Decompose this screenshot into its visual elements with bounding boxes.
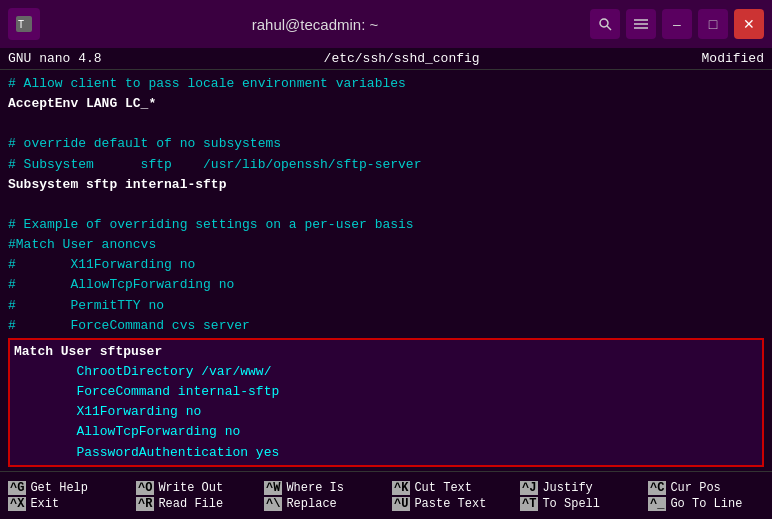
shortcut-write-out: ^O Write Out [136, 481, 256, 495]
key-go-to-line: ^_ [648, 497, 666, 511]
code-line: # override default of no subsystems [8, 134, 764, 154]
key-get-help: ^G [8, 481, 26, 495]
highlight-line: AllowTcpForwarding no [14, 422, 758, 442]
key-justify: ^J [520, 481, 538, 495]
nano-version: GNU nano 4.8 [8, 51, 102, 66]
key-exit: ^X [8, 497, 26, 511]
key-cut-text: ^K [392, 481, 410, 495]
code-line: # ForceCommand cvs server [8, 316, 764, 336]
code-line: # Subsystem sftp /usr/lib/openssh/sftp-s… [8, 155, 764, 175]
code-line: # X11Forwarding no [8, 255, 764, 275]
titlebar-left: T [8, 8, 40, 40]
key-where-is: ^W [264, 481, 282, 495]
minimize-button[interactable]: – [662, 9, 692, 39]
key-paste-text: ^U [392, 497, 410, 511]
label-where-is: Where Is [286, 481, 344, 495]
window-title: rahul@tecadmin: ~ [252, 16, 379, 33]
shortcut-row-1: ^G Get Help ^O Write Out ^W Where Is ^K … [0, 480, 772, 496]
editor-content[interactable]: # Allow client to pass locale environmen… [0, 70, 772, 471]
highlight-line: PasswordAuthentication yes [14, 443, 758, 463]
label-go-to-line: Go To Line [670, 497, 742, 511]
label-replace: Replace [286, 497, 336, 511]
close-icon: ✕ [743, 16, 755, 32]
key-cur-pos: ^C [648, 481, 666, 495]
minimize-icon: – [673, 16, 681, 32]
highlight-line: ChrootDirectory /var/www/ [14, 362, 758, 382]
code-line: # Example of overriding settings on a pe… [8, 215, 764, 235]
shortcut-cur-pos: ^C Cur Pos [648, 481, 768, 495]
shortcut-paste-text: ^U Paste Text [392, 497, 512, 511]
code-line: #Match User anoncvs [8, 235, 764, 255]
label-read-file: Read File [158, 497, 223, 511]
shortcut-replace: ^\ Replace [264, 497, 384, 511]
terminal-icon: T [8, 8, 40, 40]
key-write-out: ^O [136, 481, 154, 495]
shortcut-exit: ^X Exit [8, 497, 128, 511]
maximize-button[interactable]: □ [698, 9, 728, 39]
nano-shortcuts: ^G Get Help ^O Write Out ^W Where Is ^K … [0, 471, 772, 519]
key-replace: ^\ [264, 497, 282, 511]
code-line [8, 195, 764, 215]
shortcut-where-is: ^W Where Is [264, 481, 384, 495]
highlighted-block: Match User sftpuser ChrootDirectory /var… [8, 338, 764, 467]
nano-statusbar: GNU nano 4.8 /etc/ssh/sshd_config Modifi… [0, 48, 772, 70]
shortcut-justify: ^J Justify [520, 481, 640, 495]
label-cur-pos: Cur Pos [670, 481, 720, 495]
nano-modified: Modified [702, 51, 764, 66]
close-button[interactable]: ✕ [734, 9, 764, 39]
shortcut-to-spell: ^T To Spell [520, 497, 640, 511]
shortcut-read-file: ^R Read File [136, 497, 256, 511]
label-paste-text: Paste Text [414, 497, 486, 511]
editor-container: GNU nano 4.8 /etc/ssh/sshd_config Modifi… [0, 48, 772, 471]
label-cut-text: Cut Text [414, 481, 472, 495]
label-write-out: Write Out [158, 481, 223, 495]
titlebar-controls: – □ ✕ [590, 9, 764, 39]
nano-filename: /etc/ssh/sshd_config [324, 51, 480, 66]
svg-point-2 [600, 19, 608, 27]
svg-line-3 [607, 26, 611, 30]
code-line: AcceptEnv LANG LC_* [8, 94, 764, 114]
code-line: Subsystem sftp internal-sftp [8, 175, 764, 195]
key-read-file: ^R [136, 497, 154, 511]
code-line: # PermitTTY no [8, 296, 764, 316]
code-line: # Allow client to pass locale environmen… [8, 74, 764, 94]
code-line: # AllowTcpForwarding no [8, 275, 764, 295]
shortcut-get-help: ^G Get Help [8, 481, 128, 495]
svg-text:T: T [18, 19, 24, 30]
maximize-icon: □ [709, 16, 717, 32]
highlight-line: ForceCommand internal-sftp [14, 382, 758, 402]
label-justify: Justify [542, 481, 592, 495]
shortcut-go-to-line: ^_ Go To Line [648, 497, 768, 511]
highlight-line: X11Forwarding no [14, 402, 758, 422]
highlight-line: Match User sftpuser [14, 342, 758, 362]
search-button[interactable] [590, 9, 620, 39]
titlebar: T rahul@tecadmin: ~ – □ ✕ [0, 0, 772, 48]
code-line [8, 114, 764, 134]
shortcut-row-2: ^X Exit ^R Read File ^\ Replace ^U Paste… [0, 496, 772, 512]
key-to-spell: ^T [520, 497, 538, 511]
shortcut-cut-text: ^K Cut Text [392, 481, 512, 495]
label-to-spell: To Spell [542, 497, 600, 511]
menu-button[interactable] [626, 9, 656, 39]
label-get-help: Get Help [30, 481, 88, 495]
label-exit: Exit [30, 497, 59, 511]
